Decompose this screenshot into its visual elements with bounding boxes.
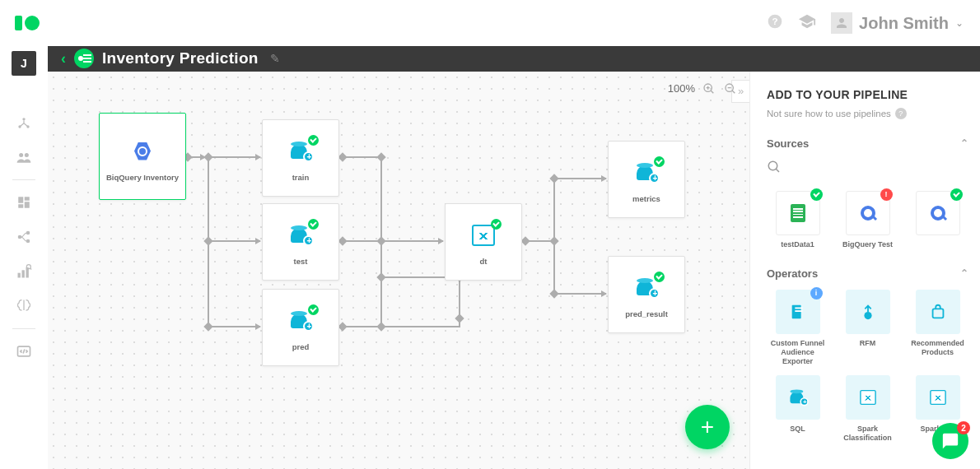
svg-point-27	[864, 312, 871, 319]
node-label: metrics	[632, 194, 660, 203]
node-label: dt	[480, 257, 488, 266]
svg-rect-25	[795, 307, 802, 309]
page-title: Inventory Prediction	[102, 49, 259, 67]
section-operators-header[interactable]: Operators ⌃	[767, 267, 968, 280]
avatar-icon	[831, 12, 852, 34]
svg-point-12	[26, 231, 29, 234]
bigquery-icon	[931, 206, 945, 221]
chart-icon	[860, 389, 876, 404]
nav-brain-icon[interactable]	[8, 290, 40, 322]
bigquery-icon	[861, 206, 875, 221]
card-label: Recommended Products	[909, 339, 967, 358]
svg-rect-15	[22, 270, 25, 277]
project-tile[interactable]: J	[12, 51, 36, 76]
svg-point-2	[22, 118, 25, 120]
source-card-bigquery-test[interactable]: ! BigQuery Test	[837, 191, 898, 249]
svg-rect-14	[18, 273, 21, 278]
nav-flow-icon[interactable]	[8, 221, 40, 253]
left-sidebar: J	[0, 46, 48, 469]
funnel-icon	[789, 303, 807, 321]
db-icon	[291, 312, 310, 330]
zoom-out-icon[interactable]	[723, 81, 738, 96]
svg-rect-7	[18, 197, 23, 203]
section-title: Sources	[767, 137, 809, 150]
chart-icon	[930, 389, 946, 404]
section-title: Operators	[767, 267, 818, 280]
username-label: John Smith	[859, 14, 949, 33]
node-metrics[interactable]: metrics	[608, 141, 685, 218]
nav-code-icon[interactable]	[8, 336, 40, 367]
node-dt[interactable]: dt	[445, 203, 522, 281]
pipeline-canvas[interactable]: » 100%	[48, 72, 749, 470]
title-bar: ‹ Inventory Prediction ✎	[48, 46, 980, 72]
svg-rect-10	[18, 204, 23, 208]
chevron-up-icon: ⌃	[960, 267, 968, 279]
rfm-icon	[859, 303, 877, 321]
source-card-3[interactable]	[907, 191, 968, 249]
zoom-controls: 100%	[668, 81, 738, 96]
node-label: test	[294, 257, 308, 266]
node-label: BiqQuery Inventory	[106, 173, 179, 182]
chat-bubble[interactable]: 2	[932, 423, 968, 459]
chevron-down-icon: ⌄	[955, 17, 964, 29]
search-sources[interactable]	[767, 160, 968, 178]
source-card-testdata1[interactable]: testData1	[767, 191, 828, 249]
back-button[interactable]: ‹	[61, 50, 66, 67]
right-panel: ADD TO YOUR PIPELINE Not sure how to use…	[749, 72, 980, 470]
panel-title: ADD TO YOUR PIPELINE	[767, 88, 968, 101]
sql-icon	[790, 390, 805, 405]
graduation-icon[interactable]	[798, 12, 816, 35]
app-logo[interactable]	[15, 16, 40, 30]
operator-card-rfm[interactable]: RFM	[837, 290, 898, 367]
node-label: pred_result	[625, 309, 668, 318]
bag-icon	[929, 303, 947, 321]
edit-title-icon[interactable]: ✎	[270, 52, 280, 65]
svg-point-5	[19, 153, 23, 157]
db-icon	[291, 226, 310, 244]
nav-dashboard-icon[interactable]	[8, 187, 40, 218]
operator-card-sql[interactable]: SQL	[767, 375, 828, 443]
db-icon	[637, 164, 656, 182]
node-train[interactable]: train	[262, 119, 339, 197]
svg-text:?: ?	[772, 16, 778, 26]
pipeline-icon	[74, 49, 94, 68]
card-label: Custom Funnel Audience Exporter	[769, 339, 827, 367]
help-icon[interactable]: ?	[767, 13, 783, 34]
chevron-up-icon: ⌃	[960, 137, 968, 149]
sheet-icon	[791, 204, 805, 222]
db-icon	[291, 142, 310, 160]
section-sources-header[interactable]: Sources ⌃	[767, 137, 968, 150]
user-menu[interactable]: John Smith ⌄	[831, 12, 964, 34]
svg-rect-9	[25, 202, 30, 208]
add-node-fab[interactable]: +	[685, 405, 730, 449]
db-icon	[637, 279, 656, 297]
node-bigquery-inventory[interactable]: BiqQuery Inventory	[99, 113, 186, 200]
zoom-value: 100%	[668, 82, 695, 95]
svg-point-6	[25, 153, 29, 157]
operator-card-recommended[interactable]: Recommended Products	[907, 290, 968, 367]
svg-point-11	[18, 235, 21, 238]
chat-unread-badge: 2	[957, 421, 970, 434]
svg-rect-8	[25, 197, 30, 201]
zoom-in-icon[interactable]	[702, 81, 716, 96]
node-label: train	[292, 173, 310, 182]
operator-card-funnel[interactable]: i Custom Funnel Audience Exporter	[767, 290, 828, 367]
nav-overview-icon[interactable]	[8, 107, 40, 138]
nav-users-icon[interactable]	[8, 142, 40, 173]
card-label: BigQuery Test	[842, 240, 893, 249]
svg-rect-26	[795, 310, 802, 312]
node-test[interactable]: test	[262, 203, 339, 281]
svg-rect-28	[932, 309, 943, 318]
card-label: SQL	[790, 425, 805, 434]
card-label: RFM	[860, 339, 876, 348]
card-label: Spark Classification	[839, 425, 897, 443]
nav-analytics-icon[interactable]	[8, 256, 40, 287]
node-pred-result[interactable]: pred_result	[608, 256, 685, 333]
help-icon[interactable]: ?	[895, 108, 907, 119]
svg-point-23	[768, 161, 777, 170]
panel-subtitle: Not sure how to use pipelines	[767, 109, 891, 118]
node-pred[interactable]: pred	[262, 289, 339, 366]
operator-card-spark-classification[interactable]: Spark Classification	[837, 375, 898, 443]
node-label: pred	[292, 342, 310, 351]
panel-subtitle-row[interactable]: Not sure how to use pipelines ?	[767, 108, 968, 119]
